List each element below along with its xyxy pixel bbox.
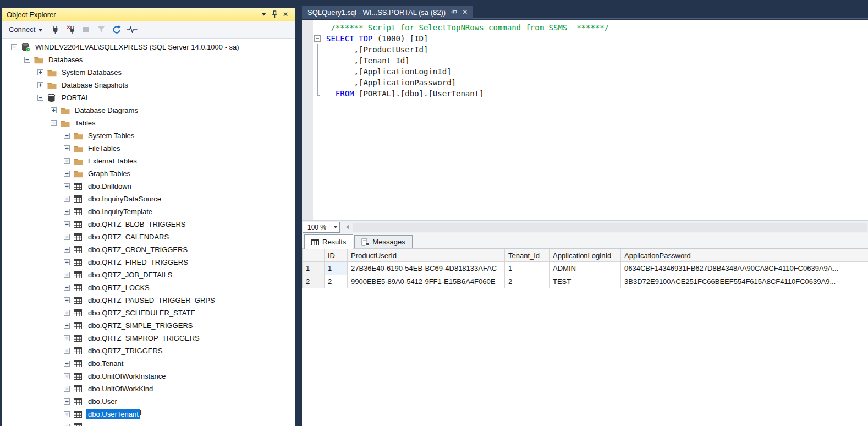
expand-plus-icon[interactable] xyxy=(64,272,70,278)
expand-plus-icon[interactable] xyxy=(64,310,70,316)
expand-plus-icon[interactable] xyxy=(64,221,70,227)
tree-item-dbo-drilldown[interactable]: dbo.Drilldown xyxy=(2,180,295,193)
grid-column-header-applicationloginid[interactable]: ApplicationLoginId xyxy=(550,249,621,262)
tree-item-dbo-qrtz-job-details[interactable]: dbo.QRTZ_JOB_DETAILS xyxy=(2,269,295,281)
object-explorer-titlebar[interactable]: Object Explorer ✕ xyxy=(2,8,295,21)
grid-cell[interactable]: 2 xyxy=(325,275,348,288)
tree-item-dbo-inquirydatasource[interactable]: dbo.InquiryDataSource xyxy=(2,193,295,205)
expand-plus-icon[interactable] xyxy=(64,259,70,265)
refresh-icon[interactable] xyxy=(110,23,123,36)
expand-plus-icon[interactable] xyxy=(37,82,43,88)
tab-close-icon[interactable]: ✕ xyxy=(462,8,468,16)
row-header-cell[interactable]: 2 xyxy=(303,275,325,288)
grid-cell[interactable]: TEST xyxy=(550,275,621,288)
sql-editor[interactable]: /****** Script for SelectTopNRows comman… xyxy=(302,20,868,220)
disconnect-plug-icon[interactable] xyxy=(64,23,77,36)
grid-cell[interactable]: 27B36E40-6190-54EB-BC69-4D818133AFAC xyxy=(348,262,505,275)
zoom-dropdown[interactable]: 100 % xyxy=(303,222,340,233)
collapse-minus-icon[interactable] xyxy=(51,120,57,126)
tree-item-dbo-unitofworkkind[interactable]: dbo.UnitOfWorkKind xyxy=(2,383,295,395)
expand-plus-icon[interactable] xyxy=(37,69,43,75)
expand-plus-icon[interactable] xyxy=(64,335,70,341)
grid-corner-header[interactable] xyxy=(303,249,325,262)
expand-plus-icon[interactable] xyxy=(64,145,70,151)
expand-plus-icon[interactable] xyxy=(64,183,70,189)
grid-cell[interactable]: 3B3D72E9100ACE251FC66BEEF554F615A8CF4110… xyxy=(621,275,868,288)
expand-plus-icon[interactable] xyxy=(64,133,70,139)
expand-plus-icon[interactable] xyxy=(64,398,70,405)
activity-monitor-icon[interactable] xyxy=(125,23,139,36)
grid-cell[interactable]: 2 xyxy=(505,275,550,288)
expand-plus-icon[interactable] xyxy=(51,107,57,113)
results-tab-results[interactable]: Results xyxy=(304,234,353,249)
tree-item-dbo-qrtz-locks[interactable]: dbo.QRTZ_LOCKS xyxy=(2,281,295,294)
results-grid[interactable]: IDProductUserIdTenant_IdApplicationLogin… xyxy=(302,249,868,288)
grid-cell[interactable]: 9900EBE5-89A0-5412-9FF1-E15B6A4F060E xyxy=(348,275,505,288)
expand-plus-icon[interactable] xyxy=(64,424,70,426)
results-tab-messages[interactable]: Messages xyxy=(354,235,412,248)
tree-item-dbo-tenant[interactable]: dbo.Tenant xyxy=(2,357,295,370)
tree-item-dbo-user[interactable]: dbo.User xyxy=(2,395,295,408)
tree-item-dbo-qrtz-scheduler-state[interactable]: dbo.QRTZ_SCHEDULER_STATE xyxy=(2,307,295,319)
tree-item-dbo-unitofworkinstance[interactable]: dbo.UnitOfWorkInstance xyxy=(2,370,295,383)
tree-item-dbo-inquirytemplate[interactable]: dbo.InquiryTemplate xyxy=(2,205,295,218)
expand-plus-icon[interactable] xyxy=(64,411,70,417)
grid-cell[interactable]: 0634CBF14346931FB627D8B4348AA90CA8CF4110… xyxy=(621,262,868,275)
expand-plus-icon[interactable] xyxy=(64,386,70,392)
tree-item-dbo-qrtz-blob-triggers[interactable]: dbo.QRTZ_BLOB_TRIGGERS xyxy=(2,218,295,231)
horizontal-scrollbar-track[interactable] xyxy=(353,223,867,232)
grid-column-header-applicationpassword[interactable]: ApplicationPassword xyxy=(621,249,868,262)
tree-item-dbo-qrtz-fired-triggers[interactable]: dbo.QRTZ_FIRED_TRIGGERS xyxy=(2,256,295,269)
tree-item-system-databases[interactable]: System Databases xyxy=(2,66,295,79)
collapse-minus-icon[interactable] xyxy=(24,57,30,63)
tree-item-dbo-qrtz-calendars[interactable]: dbo.QRTZ_CALENDARS xyxy=(2,231,295,243)
tree-item-system-tables[interactable]: System Tables xyxy=(2,129,295,142)
expand-plus-icon[interactable] xyxy=(64,196,70,202)
expand-plus-icon[interactable] xyxy=(64,158,70,164)
fold-margin[interactable] xyxy=(313,33,326,44)
tree-item-database-snapshots[interactable]: Database Snapshots xyxy=(2,79,295,91)
expand-plus-icon[interactable] xyxy=(64,234,70,240)
tree-item-tables[interactable]: Tables xyxy=(2,117,295,129)
expand-plus-icon[interactable] xyxy=(64,285,70,291)
expand-plus-icon[interactable] xyxy=(64,373,70,379)
scroll-left-button[interactable] xyxy=(342,222,352,233)
tree-item-external-tables[interactable]: External Tables xyxy=(2,155,295,167)
grid-cell[interactable]: 1 xyxy=(325,262,348,275)
tree-item-graph-tables[interactable]: Graph Tables xyxy=(2,167,295,180)
tree-item-dbo-qrtz-cron-triggers[interactable]: dbo.QRTZ_CRON_TRIGGERS xyxy=(2,243,295,256)
object-explorer-tree[interactable]: WINDEV2204EVAL\SQLEXPRESS (SQL Server 14… xyxy=(2,39,295,426)
tree-item-databases[interactable]: Databases xyxy=(2,53,295,66)
expand-plus-icon[interactable] xyxy=(64,247,70,253)
tree-item[interactable] xyxy=(2,420,295,426)
expand-plus-icon[interactable] xyxy=(64,323,70,329)
tree-item-dbo-qrtz-simple-triggers[interactable]: dbo.QRTZ_SIMPLE_TRIGGERS xyxy=(2,319,295,332)
collapse-minus-icon[interactable] xyxy=(11,44,17,50)
grid-column-header-productuserid[interactable]: ProductUserId xyxy=(348,249,505,262)
tree-item-portal[interactable]: PORTAL xyxy=(2,91,295,104)
expand-plus-icon[interactable] xyxy=(64,348,70,354)
close-icon[interactable]: ✕ xyxy=(280,9,291,19)
connect-plug-icon[interactable] xyxy=(48,23,62,36)
tree-item-database-diagrams[interactable]: Database Diagrams xyxy=(2,104,295,117)
expand-plus-icon[interactable] xyxy=(64,297,70,303)
grid-column-header-tenant_id[interactable]: Tenant_Id xyxy=(505,249,550,262)
tab-pin-icon[interactable] xyxy=(450,8,458,17)
dropdown-arrow-icon[interactable] xyxy=(331,222,339,232)
code-area[interactable]: /****** Script for SelectTopNRows comman… xyxy=(313,20,868,220)
pin-icon[interactable] xyxy=(269,9,280,19)
document-tab[interactable]: SQLQuery1.sql - WI...SS.PORTAL (sa (82))… xyxy=(302,6,473,19)
grid-cell[interactable]: 1 xyxy=(505,262,550,275)
expand-plus-icon[interactable] xyxy=(64,171,70,177)
collapse-minus-icon[interactable] xyxy=(37,95,43,101)
row-header-cell[interactable]: 1 xyxy=(303,262,325,275)
tree-item-filetables[interactable]: FileTables xyxy=(2,142,295,155)
grid-cell[interactable]: ADMIN xyxy=(550,262,621,275)
tree-item-windev2204eval-sqlexpress-sql-server-14-0-1000-sa-[interactable]: WINDEV2204EVAL\SQLEXPRESS (SQL Server 14… xyxy=(2,41,295,53)
tree-item-dbo-usertenant[interactable]: dbo.UserTenant xyxy=(2,408,295,420)
tree-item-dbo-qrtz-paused-trigger-grps[interactable]: dbo.QRTZ_PAUSED_TRIGGER_GRPS xyxy=(2,294,295,307)
connect-button[interactable]: Connect xyxy=(6,24,46,35)
expand-plus-icon[interactable] xyxy=(64,209,70,215)
tree-item-dbo-qrtz-triggers[interactable]: dbo.QRTZ_TRIGGERS xyxy=(2,345,295,357)
window-position-icon[interactable] xyxy=(258,9,269,19)
